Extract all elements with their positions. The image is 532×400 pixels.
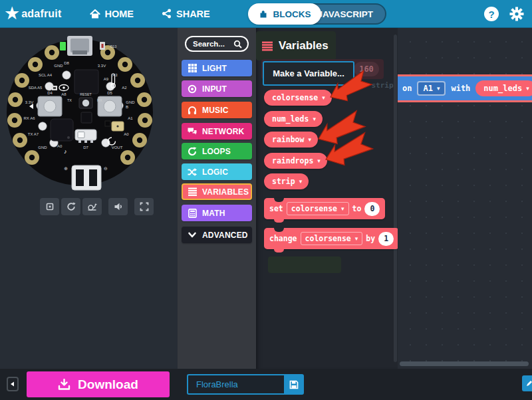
save-project-button[interactable] bbox=[284, 374, 304, 395]
simulator-controls bbox=[40, 198, 156, 215]
variable-pill-rainbow[interactable]: rainbow ▾ bbox=[264, 132, 318, 148]
toolbox-category-input[interactable]: INPUT bbox=[182, 80, 252, 97]
category-label: LOGIC bbox=[202, 167, 228, 177]
help-label: ? bbox=[488, 9, 494, 20]
toolbox-category-loops[interactable]: LOOPS bbox=[182, 143, 252, 159]
dropdown-caret-icon: ▾ bbox=[526, 85, 529, 92]
tab-blocks[interactable]: BLOCKS bbox=[248, 3, 321, 25]
variable-pill-raindrops[interactable]: raindrops ▾ bbox=[264, 153, 327, 169]
sim-sound-button[interactable] bbox=[108, 198, 128, 215]
dropdown-caret-icon: ▾ bbox=[437, 85, 440, 92]
variable-pill-strip[interactable]: strip ▾ bbox=[264, 173, 309, 189]
workspace-horizontal-scrollbar[interactable] bbox=[400, 361, 529, 366]
pin-dropdown[interactable]: A1 ▾ bbox=[417, 81, 446, 96]
toolbox-search[interactable] bbox=[185, 36, 249, 52]
power-led bbox=[60, 42, 66, 50]
edit-button-cut-off[interactable] bbox=[522, 375, 532, 391]
svg-text:A0: A0 bbox=[124, 132, 129, 136]
home-icon bbox=[90, 9, 100, 19]
svg-text:⊕: ⊕ bbox=[64, 166, 68, 171]
set-variable-block[interactable]: set colorsense ▾ to 0 bbox=[264, 198, 385, 219]
search-input[interactable] bbox=[192, 39, 233, 49]
toolbox-category-math[interactable]: MATH bbox=[182, 205, 252, 221]
dropdown-caret-icon: ▾ bbox=[299, 178, 303, 185]
shuffle-icon bbox=[188, 167, 197, 177]
svg-text:RX: RX bbox=[97, 98, 102, 102]
sim-stop-button[interactable] bbox=[40, 198, 59, 215]
variable-pill-colorsense[interactable]: colorsense ▾ bbox=[264, 90, 332, 106]
variable-name: num_leds bbox=[272, 114, 309, 124]
category-label: ADVANCED bbox=[202, 231, 248, 240]
home-button[interactable]: HOME bbox=[90, 9, 134, 19]
sim-slow-mo-button[interactable] bbox=[82, 198, 102, 215]
collapse-left-icon bbox=[9, 381, 16, 387]
svg-text:A1: A1 bbox=[128, 116, 133, 120]
calculator-icon bbox=[188, 209, 197, 218]
flyout-title: Variables bbox=[279, 39, 329, 52]
flyout-scrollbar[interactable] bbox=[394, 35, 397, 362]
svg-text:SDA A5: SDA A5 bbox=[29, 86, 43, 90]
block-keyword: with bbox=[451, 84, 470, 93]
make-variable-label: Make a Variable... bbox=[273, 68, 344, 78]
toolbox-category-variables[interactable]: VARIABLES bbox=[182, 183, 252, 200]
circuit-playground-board: GND SCL A4 SDA A5 3.3V RX A6 TX A7 GND 3… bbox=[0, 33, 160, 199]
svg-text:♪: ♪ bbox=[64, 148, 67, 155]
adafruit-logo[interactable]: ★ adafruit bbox=[4, 5, 62, 23]
variable-dropdown[interactable]: colorsense ▾ bbox=[301, 232, 363, 245]
value-input[interactable]: 1 bbox=[378, 232, 394, 246]
svg-text:D13: D13 bbox=[110, 45, 116, 49]
value-input[interactable]: 0 bbox=[364, 202, 380, 216]
settings-button[interactable] bbox=[509, 7, 524, 21]
category-label: INPUT bbox=[202, 84, 227, 94]
make-variable-button[interactable]: Make a Variable... bbox=[263, 61, 354, 86]
svg-text:TX: TX bbox=[67, 98, 72, 102]
dropdown-caret-icon: ▾ bbox=[308, 136, 311, 143]
variable-name: colorsense bbox=[291, 204, 337, 213]
toolbox: LIGHT INPUT MUSIC NETWORK LOOPS bbox=[178, 28, 256, 369]
ghost-block bbox=[268, 256, 341, 273]
toolbox-category-logic[interactable]: LOGIC bbox=[182, 163, 252, 180]
toolbox-category-advanced[interactable]: ADVANCED bbox=[182, 227, 252, 243]
variable-dropdown[interactable]: colorsense ▾ bbox=[287, 202, 349, 215]
puzzle-icon bbox=[259, 9, 269, 19]
dropdown-caret-icon: ▾ bbox=[317, 157, 321, 164]
svg-text:D5: D5 bbox=[107, 91, 112, 95]
block-keyword: on bbox=[402, 84, 412, 93]
svg-text:GND: GND bbox=[38, 146, 47, 150]
dropdown-caret-icon: ▾ bbox=[355, 235, 358, 242]
collapse-simulator-button[interactable] bbox=[7, 377, 19, 391]
toolbox-category-network[interactable]: NETWORK bbox=[182, 123, 252, 140]
svg-text:RESET: RESET bbox=[80, 92, 92, 96]
variable-pill-num-leds[interactable]: num_leds ▾ bbox=[264, 111, 323, 127]
block-keyword: to bbox=[352, 204, 362, 213]
share-button[interactable]: SHARE bbox=[162, 9, 210, 19]
variable-pill-num-leds[interactable]: num_leds ▾ bbox=[475, 80, 532, 96]
usb-connector bbox=[67, 36, 92, 56]
share-icon bbox=[162, 9, 172, 19]
project-name-group bbox=[187, 374, 304, 395]
chevron-down-icon bbox=[188, 231, 197, 240]
change-variable-block[interactable]: change colorsense ▾ by 1 bbox=[264, 228, 398, 249]
dropdown-caret-icon: ▾ bbox=[322, 94, 325, 101]
help-button[interactable]: ? bbox=[484, 7, 499, 21]
project-name-input[interactable] bbox=[187, 374, 284, 395]
download-button[interactable]: Download bbox=[27, 371, 170, 397]
block-keyword: change bbox=[269, 234, 297, 243]
category-label: MATH bbox=[202, 209, 225, 218]
svg-text:D8: D8 bbox=[64, 61, 69, 65]
toolbox-category-music[interactable]: MUSIC bbox=[182, 102, 252, 118]
sim-restart-button[interactable] bbox=[61, 198, 80, 215]
svg-text:SCL A4: SCL A4 bbox=[39, 73, 53, 77]
star-icon: ★ bbox=[4, 5, 20, 23]
grid-icon bbox=[188, 64, 197, 73]
variable-name: strip bbox=[272, 177, 295, 186]
create-strip-block[interactable]: on A1 ▾ with num_leds ▾ pix bbox=[398, 74, 532, 102]
category-label: VARIABLES bbox=[202, 187, 249, 197]
toolbox-category-light[interactable]: LIGHT bbox=[182, 60, 252, 76]
svg-text:GND: GND bbox=[126, 100, 135, 104]
svg-text:A8: A8 bbox=[61, 92, 66, 96]
blocks-workspace[interactable]: on A1 ▾ with num_leds ▾ pix bbox=[398, 28, 532, 369]
reset-button[interactable]: RESET bbox=[79, 92, 92, 108]
block-keyword: set bbox=[269, 204, 283, 213]
sim-fullscreen-button[interactable] bbox=[134, 198, 154, 215]
